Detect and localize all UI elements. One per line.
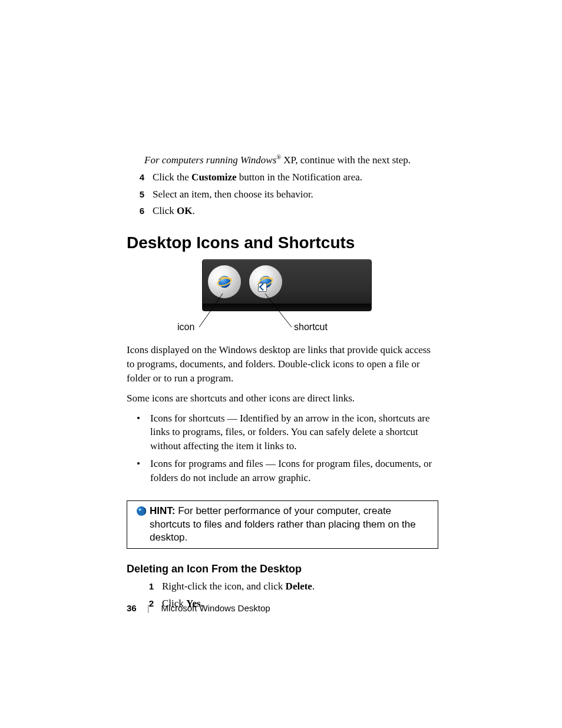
shortcut-bubble — [249, 265, 282, 298]
bullet-marker: • — [127, 457, 150, 485]
step-number: 5 — [127, 188, 153, 202]
intro-line: For computers running Windows® XP, conti… — [144, 153, 438, 167]
intro-italic: For computers running Windows — [144, 154, 276, 166]
hint-box: HINT: For better performance of your com… — [127, 500, 438, 549]
step-text: Right-click the icon, and click Delete. — [162, 580, 315, 594]
svg-point-7 — [138, 508, 141, 510]
footer-separator: | — [147, 603, 150, 613]
step-text: Click OK. — [153, 205, 195, 218]
hint-text: HINT: For better performance of your com… — [150, 505, 432, 545]
page-footer: 36 | Microsoft Windows Desktop — [127, 603, 270, 613]
taskbar-bottom-strip — [203, 303, 371, 311]
del-step-1: 1 Right-click the icon, and click Delete… — [127, 580, 438, 594]
page-number: 36 — [127, 603, 137, 613]
hint-body: For better performance of your computer,… — [150, 505, 416, 543]
icon-bubble — [208, 265, 241, 298]
step-text: Select an item, then choose its behavior… — [153, 188, 313, 202]
step-5: 5 Select an item, then choose its behavi… — [127, 188, 438, 202]
body-paragraph-2: Some icons are shortcuts and other icons… — [127, 391, 438, 406]
bullet-text: Icons for programs and files — Icons for… — [150, 457, 438, 485]
figure-label-icon: icon — [177, 322, 194, 332]
section-heading: Desktop Icons and Shortcuts — [127, 233, 438, 252]
bullet-text: Icons for shortcuts — Identified by an a… — [150, 411, 438, 453]
body-paragraph-1: Icons displayed on the Windows desktop a… — [127, 343, 438, 385]
figure-label-shortcut: shortcut — [294, 322, 328, 332]
step-text: Click the Customize button in the Notifi… — [153, 171, 362, 185]
intro-suffix: XP, continue with the next step. — [281, 154, 411, 166]
footer-title: Microsoft Windows Desktop — [161, 603, 270, 613]
step-6: 6 Click OK. — [127, 205, 438, 218]
top-ordered-steps: 4 Click the Customize button in the Noti… — [127, 171, 438, 219]
shortcut-arrow-overlay-icon — [258, 283, 267, 292]
bullet-list: • Icons for shortcuts — Identified by an… — [127, 411, 438, 485]
hint-icon — [133, 505, 150, 545]
bullet-marker: • — [127, 411, 150, 453]
ie-icon — [216, 273, 233, 291]
hint-label: HINT: — [150, 505, 175, 516]
registered-symbol: ® — [276, 154, 281, 160]
step-4: 4 Click the Customize button in the Noti… — [127, 171, 438, 185]
step-number: 6 — [127, 205, 153, 218]
bullet-1: • Icons for shortcuts — Identified by an… — [127, 411, 438, 453]
doc-page: For computers running Windows® XP, conti… — [0, 0, 562, 728]
step-number: 1 — [127, 580, 162, 594]
bullet-2: • Icons for programs and files — Icons f… — [127, 457, 438, 485]
figure-taskbar-icons: icon shortcut — [127, 259, 438, 336]
ie-icon — [257, 273, 275, 291]
step-number: 4 — [127, 171, 153, 185]
subsection-heading: Deleting an Icon From the Desktop — [127, 563, 438, 575]
